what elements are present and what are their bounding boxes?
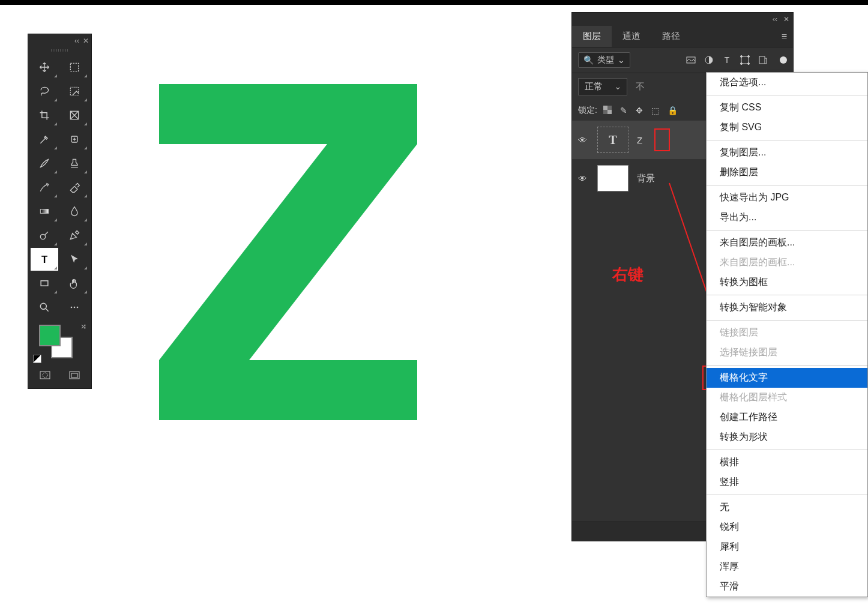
toolbox-bottom	[28, 364, 91, 388]
screenmode-icon[interactable]	[61, 367, 88, 384]
layer-name: Z	[637, 135, 642, 145]
menu-item[interactable]: 横排	[707, 453, 867, 472]
filter-toggle[interactable]	[780, 56, 787, 64]
close-icon[interactable]: ✕	[83, 37, 89, 45]
collapse-icon[interactable]: ‹‹	[773, 15, 777, 23]
svg-rect-28	[607, 110, 612, 114]
toolbox-grip[interactable]	[28, 47, 91, 53]
menu-item[interactable]: 竖排	[707, 472, 867, 492]
svg-rect-5	[40, 209, 48, 214]
history-brush-tool[interactable]	[31, 176, 58, 199]
menu-item[interactable]: 创建工作路径	[707, 408, 867, 427]
menu-separator	[707, 320, 867, 321]
more-tool[interactable]	[61, 296, 88, 319]
quick-select-tool[interactable]	[61, 80, 88, 103]
svg-text:T: T	[41, 254, 47, 265]
tab-channels[interactable]: 通道	[612, 26, 651, 47]
menu-item[interactable]: 栅格化文字	[707, 368, 867, 388]
lock-transparency-icon[interactable]	[603, 106, 612, 116]
menu-item[interactable]: 删除图层	[707, 163, 867, 182]
visibility-toggle[interactable]: 👁	[578, 135, 589, 145]
lock-artboard-icon[interactable]: ⬚	[651, 106, 659, 116]
filter-adjust-icon[interactable]	[704, 55, 714, 65]
svg-point-14	[43, 373, 47, 378]
brush-tool[interactable]	[31, 152, 58, 175]
layer-name: 背景	[637, 173, 655, 184]
svg-text:T: T	[725, 55, 730, 65]
color-swatches: ⤭	[28, 321, 91, 364]
menu-item[interactable]: 犀利	[707, 537, 867, 557]
menu-separator	[707, 495, 867, 495]
blend-mode-dropdown[interactable]: 正常	[578, 78, 627, 95]
menu-item[interactable]: 复制图层...	[707, 143, 867, 163]
menu-item[interactable]: 导出为...	[707, 208, 867, 227]
frame-tool[interactable]	[61, 104, 88, 127]
layer-context-menu: 混合选项...复制 CSS复制 SVG复制图层...删除图层快速导出为 JPG导…	[706, 72, 868, 597]
canvas-content	[159, 84, 417, 420]
zoom-tool[interactable]	[31, 296, 58, 319]
move-tool[interactable]	[31, 56, 58, 79]
filter-pixel-icon[interactable]	[686, 55, 696, 65]
filter-icons: T	[686, 55, 768, 65]
menu-separator	[707, 450, 867, 450]
layer-thumb: T	[597, 127, 628, 153]
gradient-tool[interactable]	[31, 200, 58, 223]
svg-point-11	[73, 307, 75, 309]
menu-item[interactable]: 无	[707, 498, 867, 517]
blur-tool[interactable]	[61, 200, 88, 223]
menu-item[interactable]: 快速导出为 JPG	[707, 188, 867, 208]
menu-item[interactable]: 平滑	[707, 577, 867, 597]
filter-type-icon[interactable]: T	[722, 55, 732, 65]
menu-item[interactable]: 浑厚	[707, 557, 867, 577]
hand-tool[interactable]	[61, 272, 88, 295]
rectangle-tool[interactable]	[31, 272, 58, 295]
pen-tool[interactable]	[61, 224, 88, 247]
menu-item: 栅格化图层样式	[707, 388, 867, 408]
menu-item[interactable]: 转换为智能对象	[707, 298, 867, 318]
collapse-icon[interactable]: ‹‹	[74, 37, 79, 45]
menu-separator	[707, 140, 867, 140]
default-colors-icon[interactable]	[33, 355, 41, 363]
stamp-tool[interactable]	[61, 152, 88, 175]
lock-all-icon[interactable]: 🔒	[668, 106, 678, 116]
menu-item[interactable]: 混合选项...	[707, 73, 867, 92]
svg-point-24	[748, 63, 750, 65]
annotation-text: 右键	[612, 264, 643, 285]
dodge-tool[interactable]	[31, 224, 58, 247]
tab-layers[interactable]: 图层	[572, 26, 612, 47]
menu-item[interactable]: 复制 CSS	[707, 98, 867, 118]
panel-header: ‹‹ ✕	[572, 13, 793, 26]
lock-position-icon[interactable]: ✥	[636, 106, 643, 116]
eraser-tool[interactable]	[61, 176, 88, 199]
menu-separator	[707, 185, 867, 185]
panel-menu-icon[interactable]: ≡	[776, 31, 793, 42]
menu-item[interactable]: 锐利	[707, 517, 867, 537]
menu-item[interactable]: 复制 SVG	[707, 118, 867, 137]
filter-smart-icon[interactable]	[758, 55, 768, 65]
svg-point-22	[748, 56, 750, 58]
quickmask-icon[interactable]	[32, 367, 59, 384]
healing-brush-tool[interactable]	[61, 128, 88, 151]
crop-tool[interactable]	[31, 104, 58, 127]
close-icon[interactable]: ✕	[783, 15, 789, 23]
foreground-color[interactable]	[39, 325, 61, 346]
lock-pixels-icon[interactable]: ✎	[620, 106, 627, 116]
visibility-toggle[interactable]: 👁	[578, 173, 589, 184]
menu-item[interactable]: 转换为形状	[707, 427, 867, 447]
app-topbar	[0, 0, 868, 5]
path-select-tool[interactable]	[61, 248, 88, 271]
marquee-tool[interactable]	[61, 56, 88, 79]
tab-paths[interactable]: 路径	[651, 26, 691, 47]
eyedropper-tool[interactable]	[31, 128, 58, 151]
swap-colors-icon[interactable]: ⤭	[80, 322, 86, 331]
filter-shape-icon[interactable]	[740, 55, 750, 65]
lasso-tool[interactable]	[31, 80, 58, 103]
svg-rect-25	[759, 56, 765, 64]
menu-separator	[707, 95, 867, 95]
type-tool[interactable]: T	[31, 248, 58, 271]
menu-item[interactable]: 转换为图框	[707, 272, 867, 292]
menu-separator	[707, 230, 867, 230]
filter-dropdown[interactable]: 🔍 类型 ⌄	[578, 52, 630, 68]
menu-item[interactable]: 来自图层的画板...	[707, 233, 867, 253]
svg-point-6	[40, 234, 45, 239]
